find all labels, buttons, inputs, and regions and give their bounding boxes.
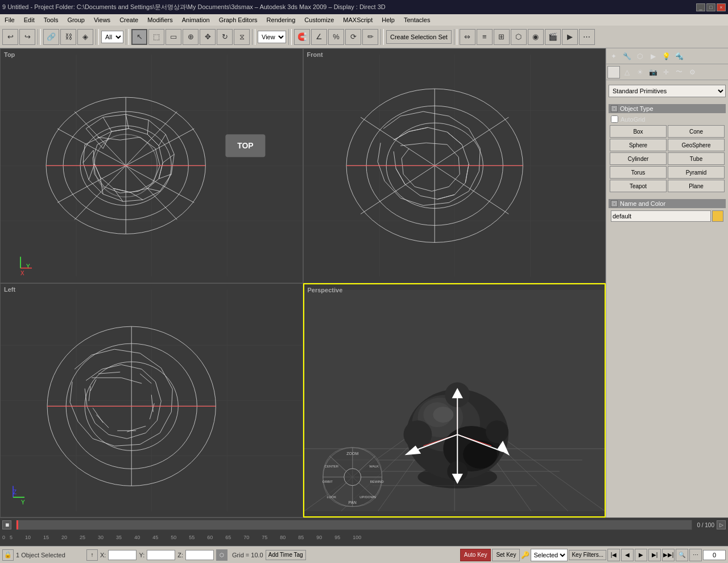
menu-help[interactable]: Help: [379, 16, 397, 24]
viewport-perspective[interactable]: Perspective: [303, 283, 606, 518]
menu-edit[interactable]: Edit: [22, 16, 37, 24]
geometry-icon[interactable]: ○: [607, 66, 620, 78]
view-dropdown[interactable]: View: [258, 31, 286, 43]
schematic-view-button[interactable]: ⬡: [511, 29, 527, 45]
timeline-expand[interactable]: ▷: [717, 520, 726, 529]
create-selection-set-button[interactable]: Create Selection Set: [386, 30, 452, 44]
auto-key-button[interactable]: Auto Key: [460, 549, 491, 561]
shapes-icon[interactable]: △: [621, 66, 633, 78]
timeline-cursor[interactable]: [16, 520, 18, 529]
key-filters-button[interactable]: Key Filters...: [569, 550, 606, 560]
helpers-icon[interactable]: ✛: [660, 66, 672, 78]
autogrid-checkbox[interactable]: [611, 115, 618, 123]
material-editor-button[interactable]: ◉: [528, 29, 544, 45]
lock-icon[interactable]: 🔒: [2, 549, 14, 561]
menu-file[interactable]: File: [2, 16, 17, 24]
rotate-button[interactable]: ↻: [217, 29, 233, 45]
menu-maxscript[interactable]: MAXScript: [341, 16, 375, 24]
filter-dropdown[interactable]: All: [101, 31, 123, 43]
viewport-front[interactable]: Front: [303, 48, 606, 283]
object-color-swatch[interactable]: [712, 210, 723, 222]
lights-icon[interactable]: ☀: [634, 66, 646, 78]
select-rotate-button[interactable]: ⊕: [183, 29, 198, 45]
pyramid-button[interactable]: Pyramid: [668, 166, 725, 179]
cameras-icon[interactable]: 📷: [647, 66, 659, 78]
window-buttons[interactable]: _ □ ×: [696, 3, 726, 11]
cylinder-button[interactable]: Cylinder: [610, 152, 667, 165]
go-end-button[interactable]: ▶▶|: [662, 549, 675, 561]
bind-space-button[interactable]: ◈: [77, 29, 93, 45]
name-color-collapse[interactable]: -: [611, 200, 618, 207]
sphere-button[interactable]: Sphere: [610, 139, 667, 151]
menu-create[interactable]: Create: [117, 16, 140, 24]
timeline-icon[interactable]: ⏹: [2, 520, 11, 529]
menu-modifiers[interactable]: Modifiers: [145, 16, 175, 24]
menu-views[interactable]: Views: [92, 16, 113, 24]
utilities-panel-icon[interactable]: 🔩: [673, 50, 685, 63]
maximize-button[interactable]: □: [706, 3, 715, 11]
primitive-type-dropdown[interactable]: Standard Primitives: [609, 85, 726, 97]
redo-button[interactable]: ↪: [19, 29, 35, 45]
menu-tools[interactable]: Tools: [42, 16, 61, 24]
hierarchy-panel-icon[interactable]: ⬡: [634, 50, 646, 63]
selected-filter-dropdown[interactable]: Selected: [531, 549, 568, 561]
motion-panel-icon[interactable]: ▶: [647, 50, 659, 63]
search-button[interactable]: 🔍: [676, 549, 688, 561]
mirror-button[interactable]: ⇔: [460, 29, 475, 45]
edit-named-sel-button[interactable]: ✏: [362, 29, 378, 45]
add-time-tag-icon[interactable]: ⬡: [216, 549, 228, 561]
percent-snap-button[interactable]: %: [328, 29, 344, 45]
close-button[interactable]: ×: [717, 3, 726, 11]
z-input[interactable]: [185, 550, 214, 560]
unlink-button[interactable]: ⛓: [60, 29, 76, 45]
minimize-button[interactable]: _: [696, 3, 705, 11]
spinner-snap-button[interactable]: ⟳: [345, 29, 361, 45]
box-button[interactable]: Box: [610, 125, 667, 138]
rect-select-button[interactable]: ▭: [166, 29, 181, 45]
undo-button[interactable]: ↩: [2, 29, 18, 45]
align-button[interactable]: ≡: [477, 29, 493, 45]
menu-rendering[interactable]: Rendering: [264, 16, 298, 24]
spacewarps-icon[interactable]: 〜: [673, 66, 685, 78]
snap-button[interactable]: 🧲: [294, 29, 310, 45]
y-input[interactable]: [147, 550, 175, 560]
timeline-track[interactable]: [16, 520, 692, 530]
layer-manager-button[interactable]: ⊞: [494, 29, 510, 45]
go-start-button[interactable]: |◀: [607, 549, 620, 561]
teapot-button[interactable]: Teapot: [610, 180, 667, 192]
torus-button[interactable]: Torus: [610, 166, 667, 179]
modify-panel-icon[interactable]: 🔧: [621, 50, 633, 63]
object-type-collapse[interactable]: -: [611, 105, 618, 112]
plane-button[interactable]: Plane: [668, 180, 725, 192]
menu-tentacles[interactable]: Tentacles: [402, 16, 432, 24]
geosphere-button[interactable]: GeoSphere: [668, 139, 725, 151]
render-scene-button[interactable]: 🎬: [545, 29, 561, 45]
play-button[interactable]: ▶: [635, 549, 647, 561]
next-frame-button[interactable]: ▶|: [648, 549, 661, 561]
systems-icon[interactable]: ⚙: [686, 66, 698, 78]
cone-button[interactable]: Cone: [668, 125, 725, 138]
x-input[interactable]: [108, 550, 136, 560]
scale-button[interactable]: ⧖: [234, 29, 250, 45]
create-panel-icon[interactable]: ✦: [607, 50, 620, 63]
menu-group[interactable]: Group: [65, 16, 87, 24]
frame-input[interactable]: [703, 550, 726, 560]
more-anim-button[interactable]: ⋯: [689, 549, 702, 561]
add-time-tag-button[interactable]: Add Time Tag: [266, 550, 306, 560]
select-link-button[interactable]: 🔗: [43, 29, 59, 45]
menu-graph-editors[interactable]: Graph Editors: [217, 16, 260, 24]
menu-customize[interactable]: Customize: [302, 16, 336, 24]
tube-button[interactable]: Tube: [668, 152, 725, 165]
move-button[interactable]: ✥: [200, 29, 216, 45]
menu-animation[interactable]: Animation: [180, 16, 212, 24]
select-button[interactable]: ↖: [131, 29, 147, 45]
render-button[interactable]: ▶: [562, 29, 578, 45]
more-button[interactable]: ⋯: [579, 29, 595, 45]
viewport-left[interactable]: Left: [0, 283, 303, 518]
angle-snap-button[interactable]: ∠: [311, 29, 327, 45]
viewport-top[interactable]: Top: [0, 48, 303, 283]
prev-frame-button[interactable]: ◀: [621, 549, 634, 561]
display-panel-icon[interactable]: 💡: [660, 50, 672, 63]
select-region-button[interactable]: ⬚: [148, 29, 164, 45]
select-mode-icon[interactable]: ↑: [86, 549, 98, 561]
